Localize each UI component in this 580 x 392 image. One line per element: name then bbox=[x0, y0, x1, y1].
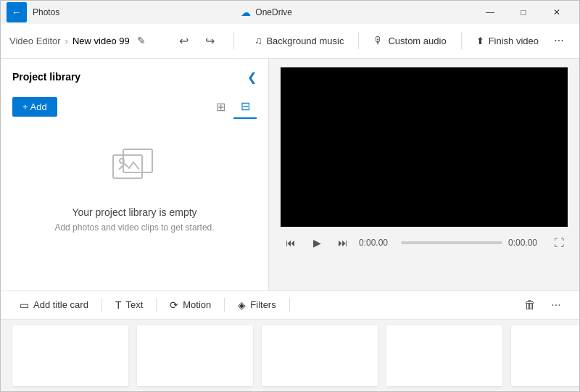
export-icon: ⬆ bbox=[476, 36, 484, 46]
previous-frame-button[interactable]: ⏮ bbox=[281, 233, 301, 253]
breadcrumb: Video Editor › New video 99 ✎ bbox=[9, 35, 146, 46]
toolbar-separator bbox=[233, 32, 234, 49]
onedrive-area: ☁ OneDrive bbox=[241, 7, 292, 18]
background-music-button[interactable]: ♫ Background music bbox=[246, 26, 352, 55]
motion-icon: ⟳ bbox=[170, 299, 178, 311]
editing-toolbar: ▭ Add title card T Text ⟳ Motion ◈ Filte… bbox=[1, 291, 579, 320]
app-name: Photos bbox=[33, 7, 59, 17]
fullscreen-button[interactable]: ⛶ bbox=[550, 234, 568, 251]
title-bar-left: ← Photos bbox=[7, 2, 59, 22]
storyboard-card[interactable] bbox=[262, 325, 378, 386]
view-large-button[interactable]: ⊞ bbox=[209, 96, 232, 119]
title-bar: ← Photos ☁ OneDrive — □ ✕ bbox=[1, 1, 579, 24]
library-toolbar: + Add ⊞ ⊟ bbox=[12, 96, 257, 119]
storyboard-card[interactable] bbox=[511, 325, 579, 386]
add-title-card-button[interactable]: ▭ Add title card bbox=[12, 293, 96, 317]
bottom-sep-1 bbox=[102, 298, 102, 312]
project-library-panel: Project library ❮ + Add ⊞ ⊟ bbox=[1, 59, 269, 291]
library-collapse-button[interactable]: ❮ bbox=[247, 70, 257, 84]
toolbar-more-button[interactable]: ··· bbox=[547, 26, 571, 55]
bottom-sep-3 bbox=[224, 298, 225, 312]
empty-library-desc: Add photos and video clips to get starte… bbox=[54, 222, 214, 233]
playback-controls: ⏮ ▶ ⏭ 0:00.00 0:00.00 ⛶ bbox=[281, 227, 568, 259]
bottom-right-actions: 🗑 ··· bbox=[518, 293, 568, 317]
motion-button[interactable]: ⟳ Motion bbox=[162, 293, 218, 317]
text-label: Text bbox=[125, 299, 143, 310]
app-window: ← Photos ☁ OneDrive — □ ✕ Video Editor ›… bbox=[0, 0, 580, 392]
current-time: 0:00.00 bbox=[359, 238, 395, 248]
storyboard-card[interactable] bbox=[137, 325, 253, 386]
title-card-icon: ▭ bbox=[20, 299, 29, 311]
background-music-label: Background music bbox=[266, 36, 344, 46]
toolbar-right-actions: ♫ Background music 🎙 Custom audio ⬆ Fini… bbox=[246, 26, 571, 55]
total-time: 0:00.00 bbox=[508, 238, 544, 248]
breadcrumb-current: New video 99 bbox=[72, 36, 130, 46]
library-empty-state: Your project library is empty Add photos… bbox=[12, 133, 257, 247]
delete-button[interactable]: 🗑 bbox=[518, 293, 542, 317]
add-title-card-label: Add title card bbox=[33, 299, 88, 310]
main-content: Project library ❮ + Add ⊞ ⊟ bbox=[1, 59, 579, 291]
maximize-button[interactable]: □ bbox=[507, 1, 540, 24]
add-media-button[interactable]: + Add bbox=[12, 97, 57, 117]
preview-area: ⏮ ▶ ⏭ 0:00.00 0:00.00 ⛶ bbox=[269, 59, 579, 291]
custom-audio-label: Custom audio bbox=[388, 36, 446, 46]
view-toggle: ⊞ ⊟ bbox=[209, 96, 257, 119]
minimize-button[interactable]: — bbox=[473, 1, 507, 24]
empty-library-icon bbox=[112, 148, 158, 195]
music-icon: ♫ bbox=[254, 35, 262, 46]
svg-point-2 bbox=[120, 159, 124, 163]
next-frame-button[interactable]: ⏭ bbox=[333, 233, 353, 253]
audio-icon: 🎙 bbox=[373, 35, 384, 46]
storyboard bbox=[1, 319, 579, 391]
onedrive-icon: ☁ bbox=[241, 7, 251, 18]
back-button[interactable]: ← bbox=[7, 2, 27, 22]
toolbar-actions: ↩ ↪ bbox=[173, 29, 222, 52]
window-controls: — □ ✕ bbox=[473, 1, 573, 24]
bottom-sep-4 bbox=[289, 298, 290, 312]
svg-rect-1 bbox=[123, 149, 152, 172]
text-icon: T bbox=[115, 299, 122, 311]
view-small-button[interactable]: ⊟ bbox=[233, 96, 257, 119]
toolbar-separator-3 bbox=[461, 32, 462, 49]
bottom-sep-2 bbox=[156, 298, 157, 312]
library-header: Project library ❮ bbox=[12, 70, 257, 84]
storyboard-card[interactable] bbox=[386, 325, 502, 386]
filters-button[interactable]: ◈ Filters bbox=[231, 293, 283, 317]
edit-title-icon[interactable]: ✎ bbox=[137, 35, 146, 46]
breadcrumb-separator: › bbox=[65, 36, 68, 46]
back-icon: ← bbox=[12, 7, 22, 18]
finish-video-button[interactable]: ⬆ Finish video bbox=[468, 26, 547, 55]
motion-label: Motion bbox=[183, 299, 211, 310]
filters-label: Filters bbox=[250, 299, 276, 310]
redo-button[interactable]: ↪ bbox=[199, 29, 222, 52]
toolbar-separator-2 bbox=[358, 32, 359, 49]
undo-button[interactable]: ↩ bbox=[173, 29, 196, 52]
storyboard-card[interactable] bbox=[12, 325, 128, 386]
finish-video-label: Finish video bbox=[489, 36, 539, 46]
play-button[interactable]: ▶ bbox=[307, 233, 327, 253]
onedrive-label: OneDrive bbox=[255, 7, 292, 17]
video-preview bbox=[281, 67, 568, 227]
menu-toolbar: Video Editor › New video 99 ✎ ↩ ↪ ♫ Back… bbox=[1, 24, 579, 59]
library-title: Project library bbox=[12, 71, 80, 83]
more-options-button[interactable]: ··· bbox=[544, 293, 568, 317]
text-button[interactable]: T Text bbox=[108, 293, 150, 317]
filters-icon: ◈ bbox=[238, 299, 246, 311]
seek-bar[interactable] bbox=[401, 241, 502, 244]
custom-audio-button[interactable]: 🎙 Custom audio bbox=[365, 26, 455, 55]
breadcrumb-parent[interactable]: Video Editor bbox=[9, 36, 61, 46]
close-button[interactable]: ✕ bbox=[540, 1, 573, 24]
empty-library-title: Your project library is empty bbox=[72, 207, 196, 218]
